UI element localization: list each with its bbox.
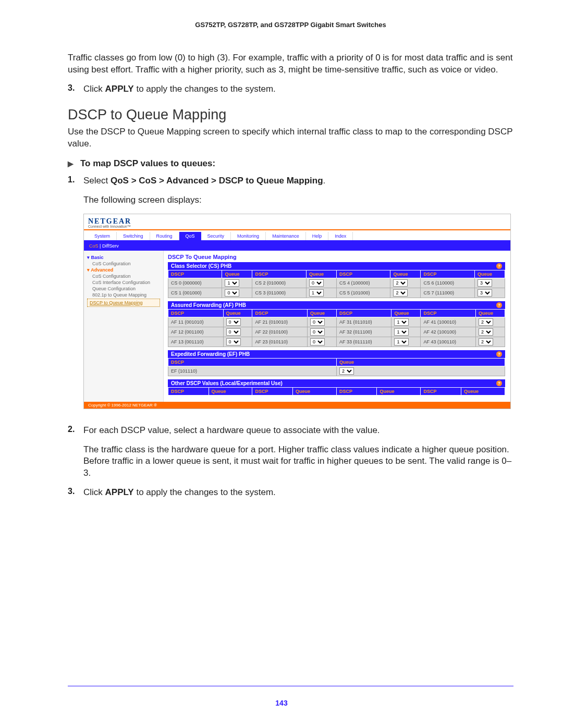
- af-table: DSCPQueue DSCPQueue DSCPQueue DSCPQueue …: [168, 309, 505, 347]
- ef-table: DSCP Queue EF (101110) 2: [168, 358, 505, 376]
- queue-select[interactable]: 1: [394, 338, 409, 346]
- table-row: EF (101110) 2: [168, 366, 505, 376]
- queue-select[interactable]: 3: [478, 289, 492, 297]
- queue-select[interactable]: 0: [310, 328, 325, 336]
- table-header-row: DSCPQueue DSCPQueue DSCPQueue DSCPQueue: [168, 387, 505, 395]
- help-icon[interactable]: ?: [496, 302, 502, 308]
- intro-paragraph: Traffic classes go from low (0) to high …: [68, 52, 513, 76]
- table-row: AF 13 (001110)0 AF 23 (010110)0 AF 33 (0…: [168, 337, 505, 347]
- sidebar-item-cos-config-adv[interactable]: CoS Configuration: [87, 274, 160, 279]
- tab-routing[interactable]: Routing: [150, 232, 179, 240]
- sidebar-item-dscp-mapping[interactable]: DSCP to Queue Mapping: [87, 299, 160, 307]
- queue-select[interactable]: 1: [225, 279, 239, 287]
- step-text: For each DSCP value, select a hardware q…: [83, 425, 513, 437]
- ui-body: ▾ Basic CoS Configuration ▾ Advanced CoS…: [84, 251, 510, 402]
- step-number: 2.: [68, 425, 75, 434]
- howto-heading: To map DSCP values to queues:: [68, 158, 513, 169]
- step-number: 3.: [68, 83, 75, 93]
- sidebar: ▾ Basic CoS Configuration ▾ Advanced CoS…: [84, 251, 164, 402]
- step-text: Click APPLY to apply the changes to the …: [83, 487, 513, 499]
- ui-footer: Copyright © 1996-2012 NETGEAR ®: [84, 402, 510, 409]
- document-page: GS752TP, GS728TP, and GS728TPP Gigabit S…: [0, 0, 563, 728]
- queue-select[interactable]: 1: [309, 289, 324, 297]
- sidebar-item-cos-interface[interactable]: CoS Interface Configuration: [87, 280, 160, 285]
- subnav-diffserv[interactable]: DiffServ: [102, 243, 119, 249]
- step-1: 1. Select QoS > CoS > Advanced > DSCP to…: [68, 175, 513, 206]
- table-row: CS 0 (000000)1 CS 2 (010000)0 CS 4 (1000…: [168, 278, 505, 288]
- queue-select[interactable]: 2: [393, 279, 408, 287]
- queue-select[interactable]: 0: [226, 328, 241, 336]
- queue-select[interactable]: 0: [310, 338, 325, 346]
- group-cs-bar: Class Selector (CS) PHB ?: [168, 262, 505, 270]
- tab-security[interactable]: Security: [201, 232, 231, 240]
- help-icon[interactable]: ?: [496, 380, 502, 386]
- ui-logo-area: NETGEAR Connect with Innovation™: [84, 214, 510, 229]
- queue-select[interactable]: 2: [479, 328, 493, 336]
- step-3: 3. Click APPLY to apply the changes to t…: [68, 487, 513, 499]
- other-table: DSCPQueue DSCPQueue DSCPQueue DSCPQueue: [168, 387, 505, 396]
- step-text: Select QoS > CoS > Advanced > DSCP to Qu…: [83, 175, 513, 187]
- group-other-bar: Other DSCP Values (Local/Experimental Us…: [168, 379, 505, 387]
- queue-select[interactable]: 0: [226, 318, 241, 326]
- panel-title: DSCP To Queue Mapping: [168, 254, 505, 260]
- table-header-row: DSCP Queue: [168, 358, 505, 366]
- sidebar-basic-heading[interactable]: ▾ Basic: [87, 255, 160, 260]
- table-header-row: DSCPQueue DSCPQueue DSCPQueue DSCPQueue: [168, 270, 505, 278]
- step-3-top: 3. Click APPLY to apply the changes to t…: [68, 83, 513, 95]
- queue-select[interactable]: 0: [309, 279, 324, 287]
- step-number: 1.: [68, 175, 75, 184]
- help-icon[interactable]: ?: [496, 351, 502, 357]
- sidebar-advanced-heading[interactable]: ▾ Advanced: [87, 267, 160, 273]
- brand-tagline: Connect with Innovation™: [88, 225, 506, 228]
- tab-monitoring[interactable]: Monitoring: [231, 232, 266, 240]
- step-follow: The following screen displays:: [83, 194, 513, 206]
- top-tabs: System Switching Routing QoS Security Mo…: [84, 230, 510, 242]
- queue-select[interactable]: 2: [479, 318, 493, 326]
- cs-table: DSCPQueue DSCPQueue DSCPQueue DSCPQueue …: [168, 270, 505, 298]
- table-header-row: DSCPQueue DSCPQueue DSCPQueue DSCPQueue: [168, 309, 505, 317]
- subnav-cos[interactable]: CoS: [89, 243, 99, 249]
- table-row: AF 12 (001100)0 AF 22 (010100)0 AF 32 (0…: [168, 327, 505, 337]
- page-rule: [68, 686, 513, 686]
- sidebar-item-queue-config[interactable]: Queue Configuration: [87, 286, 160, 291]
- section-title: DSCP to Queue Mapping: [68, 107, 513, 123]
- queue-select[interactable]: 1: [394, 328, 409, 336]
- screenshot-ui: NETGEAR Connect with Innovation™ System …: [83, 214, 511, 409]
- doc-header: GS752TP, GS728TP, and GS728TPP Gigabit S…: [68, 21, 513, 29]
- tab-maintenance[interactable]: Maintenance: [266, 232, 306, 240]
- queue-select[interactable]: 2: [479, 338, 493, 346]
- queue-select[interactable]: 2: [339, 367, 354, 375]
- tab-switching[interactable]: Switching: [117, 232, 150, 240]
- sidebar-item-cos-config[interactable]: CoS Configuration: [87, 261, 160, 266]
- sidebar-item-8021p-mapping[interactable]: 802.1p to Queue Mapping: [87, 292, 160, 298]
- table-row: CS 1 (001000)0 CS 3 (011000)1 CS 5 (1010…: [168, 288, 505, 298]
- sub-nav: CoS | DiffServ: [84, 242, 510, 251]
- group-ef-bar: Expedited Forwarding (EF) PHB ?: [168, 350, 505, 358]
- main-panel: DSCP To Queue Mapping Class Selector (CS…: [164, 251, 510, 402]
- group-af-bar: Assured Forwarding (AF) PHB ?: [168, 301, 505, 309]
- help-icon[interactable]: ?: [496, 263, 502, 269]
- section-intro: Use the DSCP to Queue Mapping screen to …: [68, 126, 513, 150]
- queue-select[interactable]: 2: [393, 289, 408, 297]
- queue-select[interactable]: 0: [225, 289, 239, 297]
- step-paragraph: The traffic class is the hardware queue …: [83, 444, 513, 480]
- queue-select[interactable]: 1: [394, 318, 409, 326]
- queue-select[interactable]: 0: [310, 318, 325, 326]
- queue-select[interactable]: 3: [478, 279, 492, 287]
- queue-select[interactable]: 0: [226, 338, 241, 346]
- step-text: Click APPLY to apply the changes to the …: [83, 83, 513, 95]
- step-number: 3.: [68, 487, 75, 496]
- tab-qos[interactable]: QoS: [179, 232, 201, 240]
- step-2: 2. For each DSCP value, select a hardwar…: [68, 425, 513, 480]
- page-number: 143: [275, 699, 287, 707]
- table-row: AF 11 (001010)0 AF 21 (010010)0 AF 31 (0…: [168, 317, 505, 327]
- tab-help[interactable]: Help: [306, 232, 329, 240]
- tab-index[interactable]: Index: [328, 232, 353, 240]
- tab-system[interactable]: System: [88, 232, 117, 240]
